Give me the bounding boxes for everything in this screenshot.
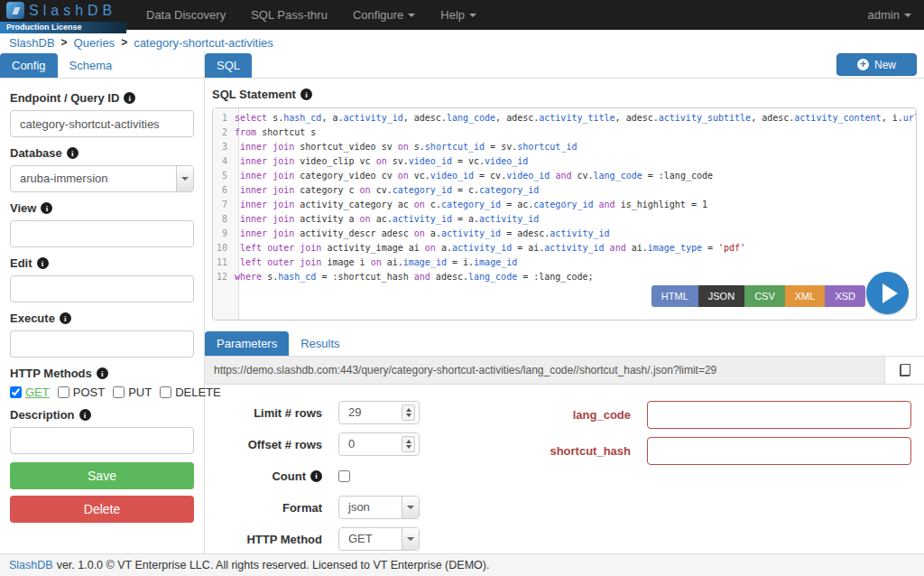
format-json-button[interactable]: JSON	[698, 285, 744, 307]
plus-circle-icon: +	[857, 59, 869, 70]
copy-url-button[interactable]	[884, 357, 924, 384]
get-link[interactable]: GET	[25, 386, 50, 399]
sql-tabbar: SQL + New	[205, 51, 924, 79]
params-right-column: lang_code shortcut_hash	[530, 401, 915, 559]
nav-item-configure[interactable]: Configure	[340, 0, 428, 30]
sql-panel: SQL + New SQL Statementi 1select s.hash_…	[205, 51, 924, 553]
limit-row: Limit # rows 29	[205, 401, 530, 424]
edit-input[interactable]	[10, 275, 194, 302]
get-checkbox[interactable]	[10, 386, 22, 398]
number-stepper-icon[interactable]	[402, 404, 415, 421]
brand-name: SlashDB	[29, 3, 116, 19]
save-button[interactable]: Save	[10, 462, 194, 489]
info-icon[interactable]: i	[60, 312, 71, 324]
brand[interactable]: /// SlashDB Production License	[0, 0, 126, 30]
footer-text: ver. 1.0.0 © VT Enterprise LLC. All righ…	[57, 559, 490, 571]
endpoint-input[interactable]	[10, 110, 194, 137]
run-query-button[interactable]	[866, 272, 909, 314]
footer: SlashDB ver. 1.0.0 © VT Enterprise LLC. …	[0, 553, 924, 576]
offset-row: Offset # rows 0	[205, 432, 530, 456]
endpoint-label: Endpoint / Query IDi	[10, 91, 194, 105]
params-tabbar: Parameters Results	[205, 330, 924, 357]
shortcut-hash-label: shortcut_hash	[530, 444, 647, 458]
breadcrumb-slashdb[interactable]: SlashDB	[9, 36, 55, 50]
post-checkbox[interactable]	[58, 386, 69, 398]
format-xsd-button[interactable]: XSD	[825, 285, 865, 307]
http-method-label: HTTP Method	[205, 533, 338, 546]
http-methods-label: HTTP Methodsi	[10, 367, 194, 380]
chevron-down-icon	[176, 166, 193, 191]
info-icon[interactable]: i	[310, 470, 322, 482]
description-label: Descriptioni	[10, 408, 194, 422]
format-csv-button[interactable]: CSV	[744, 285, 785, 307]
view-label: Viewi	[10, 201, 194, 215]
sql-statement-label: SQL Statementi	[212, 88, 917, 101]
chevron-down-icon	[469, 14, 476, 17]
breadcrumb-separator: >	[61, 36, 68, 49]
format-html-button[interactable]: HTML	[651, 285, 698, 307]
lang-code-input[interactable]	[647, 401, 911, 429]
top-navbar: /// SlashDB Production License Data Disc…	[0, 0, 924, 30]
tab-parameters[interactable]: Parameters	[205, 331, 289, 356]
execute-label: Executei	[10, 311, 194, 325]
format-xml-button[interactable]: XML	[785, 285, 826, 307]
lang-code-label: lang_code	[530, 408, 647, 422]
count-label: Counti	[205, 469, 338, 483]
info-icon[interactable]: i	[67, 147, 79, 159]
description-input[interactable]	[10, 427, 194, 454]
info-icon[interactable]: i	[300, 88, 312, 100]
execute-input[interactable]	[10, 330, 194, 358]
nav-item-sql-passthru[interactable]: SQL Pass-thru	[238, 0, 340, 30]
main-content: Config Schema Endpoint / Query IDi Datab…	[0, 51, 924, 553]
breadcrumb: SlashDB > Queries > category-shortcut-ac…	[0, 30, 924, 51]
info-icon[interactable]: i	[79, 409, 91, 421]
chevron-down-icon	[904, 14, 911, 17]
view-input[interactable]	[10, 220, 194, 247]
config-tabbar: Config Schema	[0, 51, 204, 79]
user-menu[interactable]: admin	[855, 0, 924, 30]
lang-code-row: lang_code	[530, 401, 915, 429]
nav-item-data-discovery[interactable]: Data Discovery	[134, 0, 238, 30]
breadcrumb-separator: >	[121, 36, 127, 49]
chevron-down-icon	[402, 528, 419, 550]
put-checkbox[interactable]	[113, 386, 125, 398]
footer-slashdb-link[interactable]: SlashDB	[9, 559, 53, 571]
info-icon[interactable]: i	[97, 367, 108, 379]
sql-code-lines: 1select s.hash_cd, a.activity_id, adesc.…	[213, 108, 916, 284]
nav-menu: Data Discovery SQL Pass-thru Configure H…	[134, 0, 489, 30]
new-query-button[interactable]: + New	[836, 53, 917, 76]
format-select[interactable]: json	[338, 496, 420, 519]
copy-icon	[900, 364, 910, 376]
chevron-down-icon	[408, 14, 415, 17]
tab-config[interactable]: Config	[0, 53, 58, 78]
offset-input[interactable]: 0	[338, 432, 420, 456]
shortcut-hash-row: shortcut_hash	[530, 437, 915, 465]
http-method-select[interactable]: GET	[338, 527, 420, 551]
sql-editor-section: SQL Statementi 1select s.hash_cd, a.acti…	[205, 79, 924, 328]
query-url-bar: https://demo.slashdb.com:443/query/categ…	[205, 357, 924, 385]
sql-code-editor[interactable]: 1select s.hash_cd, a.activity_id, adesc.…	[212, 107, 917, 321]
method-post: POST	[58, 386, 105, 399]
play-icon	[882, 283, 898, 303]
number-stepper-icon[interactable]	[402, 436, 415, 452]
delete-button[interactable]: Delete	[10, 496, 194, 523]
breadcrumb-current-query[interactable]: category-shortcut-activities	[134, 36, 273, 50]
info-icon[interactable]: i	[124, 92, 135, 104]
limit-input[interactable]: 29	[338, 401, 420, 424]
shortcut-hash-input[interactable]	[647, 437, 911, 465]
format-label: Format	[205, 501, 338, 515]
tab-schema[interactable]: Schema	[58, 53, 125, 78]
count-checkbox[interactable]	[338, 470, 350, 482]
nav-item-help[interactable]: Help	[428, 0, 489, 30]
delete-checkbox[interactable]	[160, 386, 171, 398]
http-methods-group: GET POST PUT DELETE	[10, 386, 194, 399]
config-form: Endpoint / Query IDi Databasei aruba-imm…	[0, 79, 204, 534]
info-icon[interactable]: i	[37, 257, 49, 269]
tab-results[interactable]: Results	[289, 331, 351, 356]
edit-label: Editi	[10, 256, 194, 270]
tab-sql[interactable]: SQL	[205, 53, 252, 78]
parameters-form: Limit # rows 29 Offset # rows 0 Counti	[205, 385, 924, 559]
breadcrumb-queries[interactable]: Queries	[74, 36, 116, 50]
database-select[interactable]: aruba-immersion	[10, 165, 194, 192]
info-icon[interactable]: i	[41, 202, 52, 214]
